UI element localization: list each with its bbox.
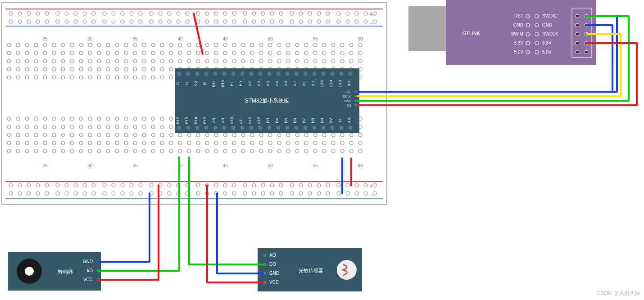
svg-text:B4: B4 <box>275 118 279 123</box>
svg-text:−: − <box>369 191 373 198</box>
svg-text:A9: A9 <box>221 118 225 123</box>
svg-text:B6: B6 <box>293 118 297 123</box>
svg-text:B1: B1 <box>230 81 234 86</box>
svg-text:B14: B14 <box>194 117 198 124</box>
svg-text:B13: B13 <box>185 117 189 124</box>
svg-text:3.3V: 3.3V <box>542 40 552 45</box>
svg-text:A0: A0 <box>311 81 315 86</box>
svg-text:45: 45 <box>222 36 228 41</box>
svg-text:G: G <box>176 82 180 85</box>
svg-point-612 <box>312 72 317 76</box>
svg-point-600 <box>258 72 263 76</box>
svg-point-689 <box>576 50 579 54</box>
svg-point-702 <box>25 267 34 276</box>
svg-text:B7: B7 <box>302 118 306 123</box>
svg-point-690 <box>585 50 588 54</box>
svg-text:30: 30 <box>87 163 93 168</box>
svg-text:3.3: 3.3 <box>194 81 198 87</box>
svg-point-584 <box>186 72 190 76</box>
svg-point-614 <box>321 72 326 76</box>
svg-text:5.0V: 5.0V <box>514 49 523 54</box>
svg-text:50: 50 <box>268 163 273 168</box>
svg-text:5.0V: 5.0V <box>542 49 552 54</box>
svg-point-596 <box>240 72 245 76</box>
svg-text:A7: A7 <box>248 81 252 86</box>
svg-text:C15: C15 <box>320 80 324 88</box>
svg-point-640 <box>258 125 263 130</box>
svg-text:B8: B8 <box>311 118 315 123</box>
svg-point-654 <box>321 125 326 130</box>
svg-point-644 <box>276 125 281 130</box>
svg-text:60: 60 <box>358 163 363 168</box>
svg-point-606 <box>285 72 290 76</box>
svg-text:A11: A11 <box>239 117 243 124</box>
svg-point-626 <box>195 125 200 130</box>
svg-point-582 <box>177 72 181 76</box>
svg-point-636 <box>240 125 245 130</box>
svg-point-622 <box>177 125 181 130</box>
svg-text:50: 50 <box>268 36 273 41</box>
svg-text:B15: B15 <box>203 117 207 124</box>
svg-text:C14: C14 <box>329 80 333 88</box>
svg-text:R: R <box>203 82 207 85</box>
svg-text:3.3V: 3.3V <box>514 40 523 45</box>
svg-point-710 <box>263 254 267 257</box>
svg-text:SWD: SWD <box>344 99 351 103</box>
svg-text:B12: B12 <box>176 117 180 124</box>
svg-text:45: 45 <box>222 163 228 168</box>
svg-text:C13: C13 <box>338 80 342 88</box>
svg-point-652 <box>312 125 317 130</box>
svg-text:SWDIO: SWDIO <box>542 13 558 18</box>
svg-point-634 <box>231 125 236 130</box>
svg-text:55: 55 <box>313 163 318 168</box>
svg-text:SWIM: SWIM <box>511 31 523 36</box>
svg-text:VB: VB <box>347 81 351 86</box>
svg-text:VCC: VCC <box>269 280 279 285</box>
svg-point-658 <box>339 125 344 130</box>
svg-point-709 <box>337 260 357 280</box>
svg-point-677 <box>576 23 579 27</box>
svg-point-681 <box>576 32 579 36</box>
svg-text:A5: A5 <box>266 81 270 86</box>
svg-point-590 <box>213 72 218 76</box>
svg-text:A15: A15 <box>257 117 261 124</box>
stm32-label: STM32最小系统板 <box>245 98 290 104</box>
svg-text:35: 35 <box>132 163 138 168</box>
svg-text:30: 30 <box>87 36 93 41</box>
svg-text:A10: A10 <box>230 117 234 124</box>
svg-text:B10: B10 <box>221 80 225 87</box>
rail-minus: − <box>369 19 373 27</box>
svg-point-624 <box>186 125 190 130</box>
svg-text:B0: B0 <box>239 81 243 86</box>
svg-text:A1: A1 <box>302 81 306 86</box>
svg-text:A3: A3 <box>284 81 288 86</box>
stlink-label: STLINK <box>463 31 481 36</box>
svg-text:VCC: VCC <box>83 277 93 282</box>
svg-text:40: 40 <box>177 36 183 41</box>
svg-point-632 <box>222 125 227 130</box>
svg-point-594 <box>231 72 236 76</box>
svg-text:A6: A6 <box>257 81 261 86</box>
svg-text:GND: GND <box>542 22 552 27</box>
svg-point-616 <box>330 72 335 76</box>
svg-point-673 <box>576 14 579 18</box>
svg-text:RST: RST <box>514 13 523 18</box>
svg-text:25: 25 <box>42 36 48 41</box>
svg-point-598 <box>249 72 254 76</box>
svg-point-602 <box>267 72 272 76</box>
svg-point-656 <box>330 125 335 130</box>
svg-text:+: + <box>369 182 373 189</box>
svg-point-646 <box>285 125 290 130</box>
svg-text:B3: B3 <box>266 118 270 123</box>
svg-point-586 <box>195 72 200 76</box>
svg-point-592 <box>222 72 227 76</box>
stlink-usb <box>408 6 448 51</box>
rail-plus: + <box>369 10 373 18</box>
svg-text:AO: AO <box>269 253 276 258</box>
svg-text:I/O: I/O <box>87 268 93 273</box>
svg-text:3.3: 3.3 <box>347 118 351 124</box>
svg-point-628 <box>204 125 209 130</box>
svg-point-660 <box>348 125 353 130</box>
svg-text:35: 35 <box>132 36 138 41</box>
svg-point-588 <box>204 72 209 76</box>
